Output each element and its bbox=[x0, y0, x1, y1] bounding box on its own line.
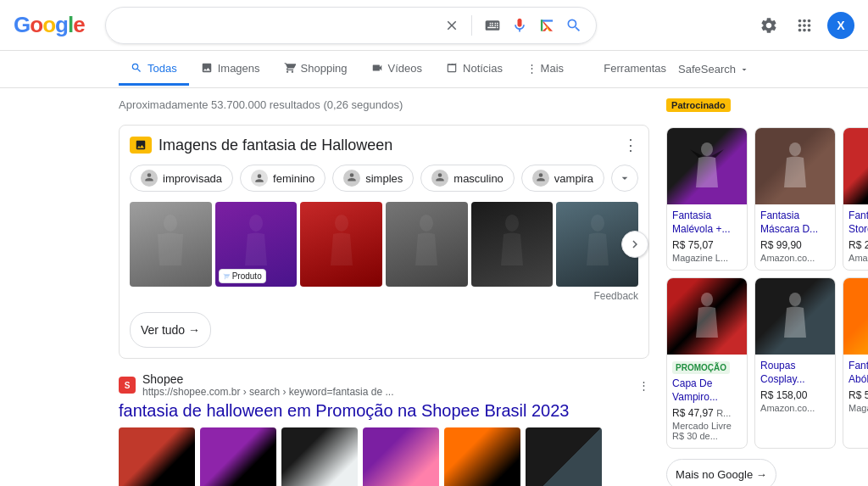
chip-label-vampira: vampira bbox=[554, 172, 593, 185]
product-name-p5: Roupas Cosplay... bbox=[760, 360, 830, 386]
keyboard-icon-button[interactable] bbox=[482, 17, 503, 34]
chip-icon-vampira bbox=[532, 170, 549, 187]
nav-item-ferramentas[interactable]: Ferramentas bbox=[592, 53, 678, 86]
product-card-p3[interactable]: Fantasia Biggy Store... R$ 219,90 Amazon… bbox=[843, 127, 868, 271]
chip-improvisada[interactable]: improvisada bbox=[130, 165, 233, 192]
filter-chips: improvisada feminino simples bbox=[130, 165, 638, 192]
settings-button[interactable] bbox=[756, 13, 782, 38]
image-section-header: Imagens de fantasia de Halloween ⋮ bbox=[130, 136, 638, 154]
clear-search-button[interactable] bbox=[442, 18, 461, 33]
product-info-p3: Fantasia Biggy Store... R$ 219,90 Amazon… bbox=[843, 204, 868, 270]
product-store-p6: Magazine L... bbox=[849, 403, 868, 413]
search-button[interactable] bbox=[564, 17, 584, 34]
result-options-button[interactable]: ⋮ bbox=[638, 379, 649, 392]
product-price-p2: R$ 99,90 bbox=[760, 239, 830, 251]
nav-item-noticias[interactable]: Notícias bbox=[434, 53, 515, 86]
promo-badge: PROMOÇÃO bbox=[672, 361, 730, 374]
product-store-p2: Amazon.co... bbox=[760, 253, 830, 263]
result-img-3[interactable] bbox=[281, 427, 358, 486]
safe-search-toggle[interactable]: SafeSearch bbox=[678, 63, 749, 75]
chip-icon-feminino bbox=[251, 170, 268, 187]
image-next-button[interactable] bbox=[621, 231, 648, 258]
nav-bar: Todas Imagens Shopping Vídeos Notícias ⋮… bbox=[0, 51, 868, 88]
product-grid: Fantasia Malévola +... R$ 75,07 Magazine… bbox=[666, 127, 868, 449]
product-name-p6: Fantasia Abóbora... bbox=[849, 360, 868, 386]
product-name-p3: Fantasia Biggy Store... bbox=[849, 209, 868, 236]
chip-label-improvisada: improvisada bbox=[163, 172, 222, 185]
product-info-p2: Fantasia Máscara D... R$ 99,90 Amazon.co… bbox=[755, 204, 835, 270]
result-title[interactable]: fantasia de halloween em Promoção na Sho… bbox=[119, 401, 649, 421]
chip-label-simples: simples bbox=[365, 172, 403, 185]
image-search-button[interactable] bbox=[537, 17, 557, 34]
product-store-p3: Amazon.co... bbox=[849, 253, 868, 263]
product-price-p1: R$ 75,07 bbox=[672, 239, 742, 251]
chip-masculino[interactable]: masculino bbox=[420, 165, 515, 192]
image-thumb-1[interactable] bbox=[130, 202, 212, 287]
chip-feminino[interactable]: feminino bbox=[240, 165, 326, 192]
svg-point-10 bbox=[701, 293, 713, 306]
svg-point-3 bbox=[335, 215, 348, 232]
chip-label-masculino: masculino bbox=[453, 172, 504, 185]
nav-item-todas[interactable]: Todas bbox=[119, 53, 189, 86]
product-store-p4: Mercado Livre R$ 30 de... bbox=[672, 421, 742, 441]
source-name: Shopee bbox=[142, 372, 393, 386]
product-price-p4: R$ 47,97 R... bbox=[672, 407, 742, 419]
result-img-4[interactable] bbox=[363, 427, 439, 486]
product-image-p3 bbox=[843, 128, 868, 204]
image-thumb-4[interactable] bbox=[386, 202, 468, 287]
header-right: X bbox=[756, 12, 854, 39]
nav-item-videos[interactable]: Vídeos bbox=[359, 53, 434, 86]
svg-point-1 bbox=[164, 215, 177, 232]
nav-item-mais[interactable]: ⋮ Mais bbox=[515, 53, 576, 86]
result-img-6[interactable] bbox=[526, 427, 602, 486]
source-info: Shopee https://shopee.com.br › search › … bbox=[142, 372, 393, 398]
section-more-options-button[interactable]: ⋮ bbox=[623, 136, 638, 154]
ver-tudo-button[interactable]: Ver tudo → bbox=[130, 312, 211, 348]
product-price-p5: R$ 158,00 bbox=[760, 389, 830, 401]
result-img-5[interactable] bbox=[444, 427, 520, 486]
product-name-p1: Fantasia Malévola +... bbox=[672, 209, 742, 236]
search-box: fantasia de Halloween bbox=[105, 7, 597, 44]
feedback-text[interactable]: Feedback bbox=[130, 290, 638, 302]
product-info-p5: Roupas Cosplay... R$ 158,00 Amazon.co... bbox=[755, 355, 835, 420]
product-badge: Produto bbox=[219, 269, 266, 283]
chip-simples[interactable]: simples bbox=[332, 165, 414, 192]
result-source: S Shopee https://shopee.com.br › search … bbox=[119, 372, 649, 398]
chip-icon-masculino bbox=[431, 170, 448, 187]
section-title: Imagens de fantasia de Halloween bbox=[159, 137, 392, 154]
nav-item-shopping[interactable]: Shopping bbox=[272, 53, 359, 86]
shopee-search-result: S Shopee https://shopee.com.br › search … bbox=[119, 372, 649, 486]
search-input[interactable]: fantasia de Halloween bbox=[118, 18, 436, 33]
product-image-p1 bbox=[667, 128, 747, 204]
chip-vampira[interactable]: vampira bbox=[521, 165, 604, 192]
svg-point-5 bbox=[505, 215, 519, 232]
svg-point-11 bbox=[789, 293, 801, 306]
result-img-1[interactable] bbox=[119, 427, 195, 486]
product-image-p6 bbox=[843, 278, 868, 355]
result-img-2[interactable] bbox=[200, 427, 276, 486]
product-card-p2[interactable]: Fantasia Máscara D... R$ 99,90 Amazon.co… bbox=[754, 127, 836, 271]
user-avatar[interactable]: X bbox=[827, 12, 854, 39]
product-image-p4 bbox=[667, 278, 747, 355]
image-thumb-5[interactable] bbox=[471, 202, 554, 287]
results-count: Aproximadamente 53.700.000 resultados (0… bbox=[119, 98, 649, 111]
product-card-p1[interactable]: Fantasia Malévola +... R$ 75,07 Magazine… bbox=[666, 127, 748, 271]
ver-tudo-label: Ver tudo → bbox=[141, 323, 200, 337]
image-thumb-3[interactable] bbox=[300, 202, 382, 287]
svg-point-7 bbox=[701, 142, 713, 156]
header: Google fantasia de Halloween X bbox=[0, 0, 868, 51]
product-card-p6[interactable]: Fantasia Abóbora... R$ 54,24 Magazine L.… bbox=[843, 277, 868, 449]
apps-grid-button[interactable] bbox=[792, 13, 817, 38]
nav-item-imagens[interactable]: Imagens bbox=[189, 53, 272, 86]
image-section: Imagens de fantasia de Halloween ⋮ impro… bbox=[119, 125, 649, 359]
product-info-p6: Fantasia Abóbora... R$ 54,24 Magazine L.… bbox=[843, 355, 868, 420]
product-card-p5[interactable]: Roupas Cosplay... R$ 158,00 Amazon.co... bbox=[754, 277, 836, 449]
voice-search-button[interactable] bbox=[509, 17, 530, 34]
google-logo[interactable]: Google bbox=[14, 12, 85, 38]
product-price-p3: R$ 219,90 bbox=[849, 239, 868, 251]
svg-point-4 bbox=[420, 215, 433, 232]
more-google-button[interactable]: Mais no Google → bbox=[666, 459, 776, 486]
product-card-p4[interactable]: PROMOÇÃO Capa De Vampiro... R$ 47,97 R..… bbox=[666, 277, 748, 449]
image-thumb-2[interactable]: Produto bbox=[215, 202, 298, 287]
more-chips-button[interactable] bbox=[611, 165, 638, 192]
